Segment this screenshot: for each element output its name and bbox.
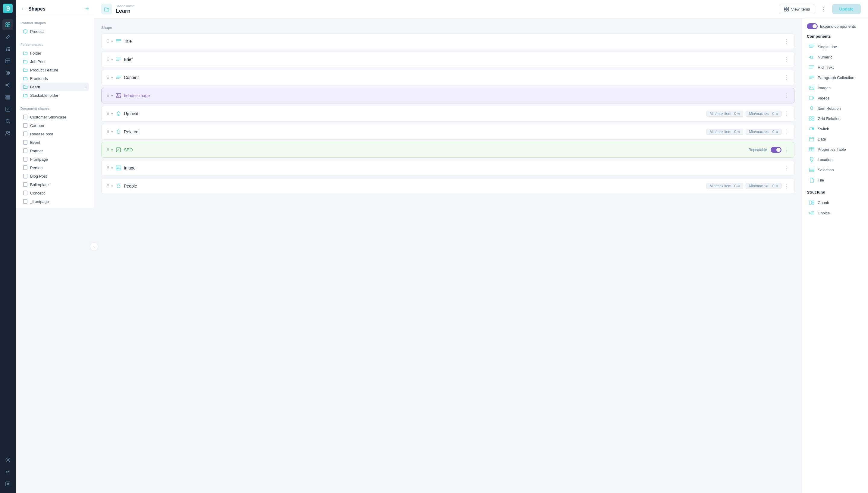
single-line-comp-icon bbox=[809, 44, 815, 50]
sidebar-item-release-post[interactable]: Release post bbox=[21, 130, 89, 138]
chevron-related[interactable]: ▾ bbox=[111, 130, 113, 134]
view-items-button[interactable]: View items bbox=[779, 4, 815, 14]
sidebar-item-concept[interactable]: Concept bbox=[21, 189, 89, 197]
nav-grid[interactable] bbox=[2, 43, 13, 54]
svg-rect-43 bbox=[784, 7, 786, 9]
nav-settings[interactable] bbox=[2, 454, 13, 465]
drag-handle-up-next[interactable]: ⠿ bbox=[106, 111, 109, 116]
kebab-brief[interactable]: ⋮ bbox=[784, 56, 789, 63]
nav-pencil[interactable] bbox=[2, 31, 13, 42]
sidebar-item-learn[interactable]: Learn ‹ bbox=[21, 83, 89, 91]
component-switch[interactable]: Switch bbox=[807, 124, 863, 134]
sidebar-item-frontends[interactable]: Frontends bbox=[21, 74, 89, 83]
sidebar-item-partner[interactable]: Partner bbox=[21, 147, 89, 155]
kebab-up-next[interactable]: ⋮ bbox=[784, 110, 789, 117]
chevron-image[interactable]: ▾ bbox=[111, 166, 113, 170]
chevron-brief[interactable]: ▾ bbox=[111, 58, 113, 62]
component-numeric[interactable]: 42 Numeric bbox=[807, 52, 863, 62]
kebab-content[interactable]: ⋮ bbox=[784, 74, 789, 81]
component-grid-relation[interactable]: Grid Relation bbox=[807, 113, 863, 124]
drag-handle-header-image[interactable]: ⠿ bbox=[106, 93, 109, 98]
component-date[interactable]: Date bbox=[807, 134, 863, 144]
sidebar-item-customer-showcase[interactable]: Customer Showcase bbox=[21, 113, 89, 121]
drag-handle-seo[interactable]: ⠿ bbox=[106, 147, 109, 152]
update-button[interactable]: Update bbox=[832, 4, 861, 14]
images-label: Images bbox=[818, 86, 831, 90]
component-location[interactable]: Location bbox=[807, 154, 863, 165]
nav-stack[interactable] bbox=[2, 104, 13, 114]
sidebar-item-frontpage[interactable]: Frontpage bbox=[21, 155, 89, 164]
svg-point-7 bbox=[8, 49, 9, 51]
chevron-seo[interactable]: ▾ bbox=[111, 148, 113, 152]
drag-handle-related[interactable]: ⠿ bbox=[106, 129, 109, 134]
sidebar-wrapper: ← Shapes + Product shapes Product Folder… bbox=[16, 0, 94, 493]
component-videos[interactable]: Videos bbox=[807, 93, 863, 103]
nav-shapes[interactable] bbox=[2, 19, 13, 30]
meta-sku-related: Min/max sku 0-∞ bbox=[745, 129, 781, 135]
sidebar-item-cartoon[interactable]: Cartoon bbox=[21, 121, 89, 130]
nav-apps[interactable] bbox=[2, 56, 13, 66]
sidebar-item-product[interactable]: Product bbox=[21, 27, 89, 36]
nav-people[interactable] bbox=[2, 128, 13, 139]
row-name-content: Content bbox=[124, 75, 781, 80]
kebab-related[interactable]: ⋮ bbox=[784, 128, 789, 135]
svg-rect-45 bbox=[784, 9, 786, 11]
component-selection[interactable]: Selection bbox=[807, 165, 863, 175]
kebab-seo[interactable]: ⋮ bbox=[784, 147, 789, 153]
kebab-image[interactable]: ⋮ bbox=[784, 165, 789, 171]
svg-rect-1 bbox=[8, 23, 10, 24]
sidebar-item-folder[interactable]: Folder bbox=[21, 49, 89, 57]
nav-list[interactable] bbox=[2, 92, 13, 103]
back-button[interactable]: ← bbox=[21, 6, 26, 12]
sidebar-item-person[interactable]: Person bbox=[21, 164, 89, 172]
sidebar-item-stackable[interactable]: Stackable folder bbox=[21, 91, 89, 100]
nav-magnify[interactable] bbox=[2, 116, 13, 127]
nav-az[interactable]: AZ bbox=[2, 467, 13, 477]
chevron-content[interactable]: ▾ bbox=[111, 76, 113, 80]
meta-item-related: Min/max item 0-∞ bbox=[707, 129, 743, 135]
drag-handle-people[interactable]: ⠿ bbox=[106, 184, 109, 189]
sidebar-collapse-button[interactable]: ‹ bbox=[90, 242, 98, 251]
component-rich-text[interactable]: Rich Text bbox=[807, 62, 863, 72]
sidebar-item-blog-post[interactable]: Blog Post bbox=[21, 172, 89, 180]
component-images[interactable]: Images bbox=[807, 83, 863, 93]
svg-point-78 bbox=[812, 128, 814, 130]
drag-handle-image[interactable]: ⠿ bbox=[106, 166, 109, 170]
sidebar-item-event[interactable]: Event bbox=[21, 138, 89, 147]
sidebar-item-job-post[interactable]: Job Post bbox=[21, 57, 89, 66]
component-single-line[interactable]: Single Line bbox=[807, 42, 863, 52]
kebab-people[interactable]: ⋮ bbox=[784, 183, 789, 189]
add-shape-button[interactable]: + bbox=[85, 5, 89, 13]
component-file[interactable]: File bbox=[807, 175, 863, 185]
kebab-header-image[interactable]: ⋮ bbox=[784, 92, 789, 99]
chevron-title[interactable]: ▾ bbox=[111, 40, 113, 43]
expand-components-toggle[interactable] bbox=[807, 23, 818, 29]
nav-connections[interactable] bbox=[2, 80, 13, 90]
component-choice[interactable]: Choice bbox=[807, 208, 863, 218]
sidebar-item-boilerplate[interactable]: Boilerplate bbox=[21, 180, 89, 189]
drag-handle-brief[interactable]: ⠿ bbox=[106, 57, 109, 62]
component-paragraph-collection[interactable]: Paragraph Collection bbox=[807, 72, 863, 83]
nav-api[interactable] bbox=[2, 67, 13, 79]
sidebar-item-product-feature[interactable]: Product Feature bbox=[21, 66, 89, 74]
sidebar-item-frontpage2[interactable]: _frontpage bbox=[21, 197, 89, 206]
chevron-people[interactable]: ▾ bbox=[111, 184, 113, 188]
svg-rect-75 bbox=[809, 119, 811, 120]
svg-point-12 bbox=[6, 84, 7, 86]
row-name-up-next: Up next bbox=[124, 111, 704, 116]
drag-handle-content[interactable]: ⠿ bbox=[106, 75, 109, 80]
component-chunk[interactable]: Chunk bbox=[807, 197, 863, 208]
repeatable-toggle[interactable] bbox=[771, 147, 781, 153]
learn-icon bbox=[23, 84, 28, 89]
kebab-title[interactable]: ⋮ bbox=[784, 38, 789, 45]
component-properties-table[interactable]: Properties Table bbox=[807, 144, 863, 154]
drag-handle-title[interactable]: ⠿ bbox=[106, 39, 109, 44]
chevron-up-next[interactable]: ▾ bbox=[111, 112, 113, 116]
svg-line-15 bbox=[7, 84, 9, 85]
frontends-icon bbox=[23, 76, 28, 81]
component-item-relation[interactable]: Item Relation bbox=[807, 103, 863, 113]
chevron-header-image[interactable]: ▾ bbox=[111, 94, 113, 98]
topbar-kebab-button[interactable]: ⋮ bbox=[819, 4, 828, 14]
nav-settings-gear[interactable] bbox=[2, 478, 13, 489]
structural-header: Structural bbox=[807, 190, 863, 194]
